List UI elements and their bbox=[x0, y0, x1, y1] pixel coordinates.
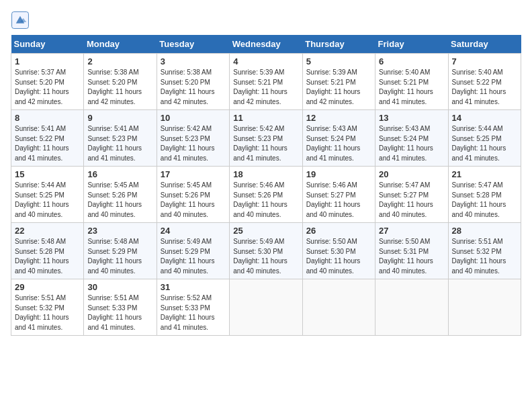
calendar-cell: 25Sunrise: 5:49 AMSunset: 5:30 PMDayligh… bbox=[230, 223, 302, 279]
day-info: Sunrise: 5:41 AMSunset: 5:22 PMDaylight:… bbox=[15, 124, 80, 163]
day-info: Sunrise: 5:41 AMSunset: 5:23 PMDaylight:… bbox=[87, 124, 152, 163]
day-number: 26 bbox=[306, 226, 371, 236]
day-number: 31 bbox=[161, 282, 226, 292]
calendar-cell: 7Sunrise: 5:40 AMSunset: 5:22 PMDaylight… bbox=[448, 54, 521, 110]
day-number: 12 bbox=[306, 113, 371, 123]
calendar-cell: 24Sunrise: 5:49 AMSunset: 5:29 PMDayligh… bbox=[157, 223, 229, 279]
day-info: Sunrise: 5:48 AMSunset: 5:29 PMDaylight:… bbox=[87, 237, 152, 276]
day-number: 7 bbox=[452, 56, 517, 66]
day-info: Sunrise: 5:38 AMSunset: 5:20 PMDaylight:… bbox=[161, 68, 226, 107]
calendar-cell bbox=[448, 279, 521, 336]
page-header bbox=[11, 11, 521, 30]
calendar-cell: 1Sunrise: 5:37 AMSunset: 5:20 PMDaylight… bbox=[11, 54, 84, 110]
day-info: Sunrise: 5:51 AMSunset: 5:33 PMDaylight:… bbox=[87, 293, 152, 332]
calendar-cell: 13Sunrise: 5:43 AMSunset: 5:24 PMDayligh… bbox=[375, 110, 448, 167]
calendar-cell: 28Sunrise: 5:51 AMSunset: 5:32 PMDayligh… bbox=[448, 223, 521, 279]
day-info: Sunrise: 5:40 AMSunset: 5:22 PMDaylight:… bbox=[452, 68, 517, 107]
day-info: Sunrise: 5:47 AMSunset: 5:27 PMDaylight:… bbox=[379, 181, 444, 220]
day-info: Sunrise: 5:44 AMSunset: 5:25 PMDaylight:… bbox=[452, 124, 517, 163]
calendar-cell: 29Sunrise: 5:51 AMSunset: 5:32 PMDayligh… bbox=[11, 279, 84, 336]
calendar-cell: 11Sunrise: 5:42 AMSunset: 5:23 PMDayligh… bbox=[230, 110, 302, 167]
day-info: Sunrise: 5:37 AMSunset: 5:20 PMDaylight:… bbox=[15, 68, 80, 107]
day-number: 23 bbox=[87, 226, 152, 236]
calendar-cell: 22Sunrise: 5:48 AMSunset: 5:28 PMDayligh… bbox=[11, 223, 84, 279]
day-number: 22 bbox=[15, 226, 80, 236]
calendar-cell: 10Sunrise: 5:42 AMSunset: 5:23 PMDayligh… bbox=[157, 110, 229, 167]
day-info: Sunrise: 5:51 AMSunset: 5:32 PMDaylight:… bbox=[452, 237, 517, 276]
calendar-cell: 5Sunrise: 5:39 AMSunset: 5:21 PMDaylight… bbox=[302, 54, 375, 110]
calendar-cell: 4Sunrise: 5:39 AMSunset: 5:21 PMDaylight… bbox=[230, 54, 302, 110]
calendar-cell: 23Sunrise: 5:48 AMSunset: 5:29 PMDayligh… bbox=[84, 223, 157, 279]
logo bbox=[11, 11, 32, 30]
day-number: 25 bbox=[233, 226, 298, 236]
day-info: Sunrise: 5:49 AMSunset: 5:30 PMDaylight:… bbox=[233, 237, 298, 276]
column-header-sunday: Sunday bbox=[11, 35, 84, 54]
day-number: 5 bbox=[306, 56, 371, 66]
week-row: 8Sunrise: 5:41 AMSunset: 5:22 PMDaylight… bbox=[11, 110, 521, 167]
day-info: Sunrise: 5:51 AMSunset: 5:32 PMDaylight:… bbox=[15, 293, 80, 332]
day-info: Sunrise: 5:39 AMSunset: 5:21 PMDaylight:… bbox=[306, 68, 371, 107]
day-number: 28 bbox=[452, 226, 517, 236]
calendar-cell: 3Sunrise: 5:38 AMSunset: 5:20 PMDaylight… bbox=[157, 54, 229, 110]
day-number: 30 bbox=[87, 282, 152, 292]
day-info: Sunrise: 5:45 AMSunset: 5:26 PMDaylight:… bbox=[161, 181, 226, 220]
day-info: Sunrise: 5:52 AMSunset: 5:33 PMDaylight:… bbox=[161, 293, 226, 332]
day-info: Sunrise: 5:39 AMSunset: 5:21 PMDaylight:… bbox=[233, 68, 298, 107]
day-number: 20 bbox=[379, 169, 444, 179]
calendar-cell: 15Sunrise: 5:44 AMSunset: 5:25 PMDayligh… bbox=[11, 167, 84, 223]
day-number: 13 bbox=[379, 113, 444, 123]
day-number: 3 bbox=[161, 56, 226, 66]
day-info: Sunrise: 5:44 AMSunset: 5:25 PMDaylight:… bbox=[15, 181, 80, 220]
day-number: 29 bbox=[15, 282, 80, 292]
calendar-cell: 6Sunrise: 5:40 AMSunset: 5:21 PMDaylight… bbox=[375, 54, 448, 110]
day-number: 2 bbox=[87, 56, 152, 66]
calendar-cell: 26Sunrise: 5:50 AMSunset: 5:30 PMDayligh… bbox=[302, 223, 375, 279]
column-header-friday: Friday bbox=[375, 35, 448, 54]
calendar-cell: 16Sunrise: 5:45 AMSunset: 5:26 PMDayligh… bbox=[84, 167, 157, 223]
day-info: Sunrise: 5:47 AMSunset: 5:28 PMDaylight:… bbox=[452, 181, 517, 220]
day-info: Sunrise: 5:38 AMSunset: 5:20 PMDaylight:… bbox=[87, 68, 152, 107]
day-info: Sunrise: 5:50 AMSunset: 5:31 PMDaylight:… bbox=[379, 237, 444, 276]
calendar-cell: 9Sunrise: 5:41 AMSunset: 5:23 PMDaylight… bbox=[84, 110, 157, 167]
day-number: 6 bbox=[379, 56, 444, 66]
column-header-saturday: Saturday bbox=[448, 35, 521, 54]
day-number: 17 bbox=[161, 169, 226, 179]
day-info: Sunrise: 5:48 AMSunset: 5:28 PMDaylight:… bbox=[15, 237, 80, 276]
day-number: 10 bbox=[161, 113, 226, 123]
day-info: Sunrise: 5:42 AMSunset: 5:23 PMDaylight:… bbox=[161, 124, 226, 163]
week-row: 22Sunrise: 5:48 AMSunset: 5:28 PMDayligh… bbox=[11, 223, 521, 279]
day-number: 9 bbox=[87, 113, 152, 123]
day-info: Sunrise: 5:49 AMSunset: 5:29 PMDaylight:… bbox=[161, 237, 226, 276]
column-header-tuesday: Tuesday bbox=[157, 35, 229, 54]
day-number: 16 bbox=[87, 169, 152, 179]
header-row: SundayMondayTuesdayWednesdayThursdayFrid… bbox=[11, 35, 521, 54]
column-header-monday: Monday bbox=[84, 35, 157, 54]
day-info: Sunrise: 5:43 AMSunset: 5:24 PMDaylight:… bbox=[306, 124, 371, 163]
calendar-table: SundayMondayTuesdayWednesdayThursdayFrid… bbox=[11, 35, 521, 336]
calendar-cell: 14Sunrise: 5:44 AMSunset: 5:25 PMDayligh… bbox=[448, 110, 521, 167]
day-number: 11 bbox=[233, 113, 298, 123]
week-row: 29Sunrise: 5:51 AMSunset: 5:32 PMDayligh… bbox=[11, 279, 521, 336]
calendar-cell: 2Sunrise: 5:38 AMSunset: 5:20 PMDaylight… bbox=[84, 54, 157, 110]
calendar-cell: 18Sunrise: 5:46 AMSunset: 5:26 PMDayligh… bbox=[230, 167, 302, 223]
day-number: 24 bbox=[161, 226, 226, 236]
calendar-cell: 20Sunrise: 5:47 AMSunset: 5:27 PMDayligh… bbox=[375, 167, 448, 223]
day-number: 21 bbox=[452, 169, 517, 179]
day-number: 1 bbox=[15, 56, 80, 66]
column-header-wednesday: Wednesday bbox=[230, 35, 302, 54]
calendar-cell: 30Sunrise: 5:51 AMSunset: 5:33 PMDayligh… bbox=[84, 279, 157, 336]
day-info: Sunrise: 5:43 AMSunset: 5:24 PMDaylight:… bbox=[379, 124, 444, 163]
day-number: 18 bbox=[233, 169, 298, 179]
logo-icon bbox=[11, 11, 30, 30]
calendar-cell bbox=[302, 279, 375, 336]
day-info: Sunrise: 5:46 AMSunset: 5:27 PMDaylight:… bbox=[306, 181, 371, 220]
day-info: Sunrise: 5:40 AMSunset: 5:21 PMDaylight:… bbox=[379, 68, 444, 107]
day-info: Sunrise: 5:45 AMSunset: 5:26 PMDaylight:… bbox=[87, 181, 152, 220]
day-number: 27 bbox=[379, 226, 444, 236]
day-info: Sunrise: 5:42 AMSunset: 5:23 PMDaylight:… bbox=[233, 124, 298, 163]
day-number: 19 bbox=[306, 169, 371, 179]
calendar-cell: 19Sunrise: 5:46 AMSunset: 5:27 PMDayligh… bbox=[302, 167, 375, 223]
day-number: 15 bbox=[15, 169, 80, 179]
day-info: Sunrise: 5:50 AMSunset: 5:30 PMDaylight:… bbox=[306, 237, 371, 276]
day-info: Sunrise: 5:46 AMSunset: 5:26 PMDaylight:… bbox=[233, 181, 298, 220]
